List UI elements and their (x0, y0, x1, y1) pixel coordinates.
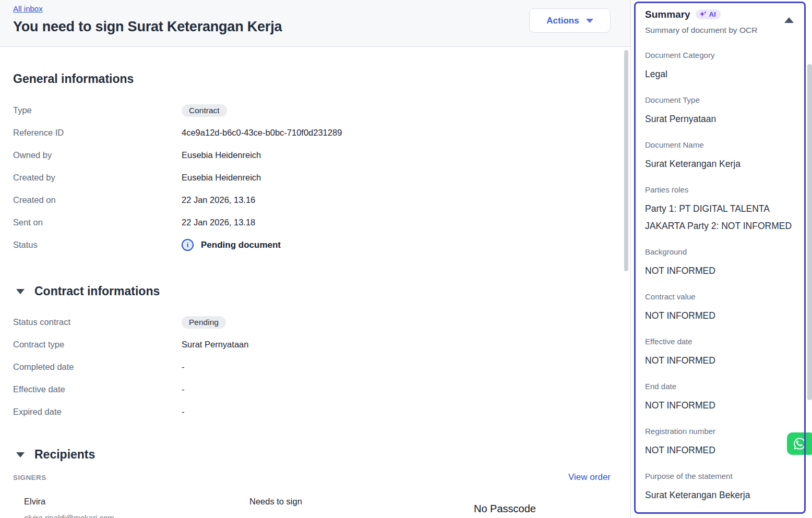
row-label: Contract type (13, 340, 182, 350)
row-label: Type (13, 105, 182, 115)
field-label: Purpose of the statement (645, 471, 797, 482)
field-label: Registration number (645, 426, 797, 437)
created-on-value: 22 Jan 2026, 13.16 (182, 195, 255, 205)
whatsapp-button[interactable] (787, 432, 812, 455)
table-row: Created by Eusebia Heidenreich (13, 166, 613, 189)
signer-email: elvira.rinaldi@mekari.com (24, 513, 114, 518)
table-row: Owned by Eusebia Heidenreich (13, 144, 613, 166)
field-label: Background (645, 246, 797, 258)
table-row: Effective date - (13, 378, 613, 401)
field-label: Parties roles (645, 184, 797, 196)
row-label: Created by (13, 173, 182, 183)
table-row: Reference ID 4ce9a12d-b6c0-43ce-b0bc-710… (13, 122, 613, 144)
sparkle-icon (699, 10, 707, 18)
field-label: Effective date (645, 336, 797, 347)
signer-status: Needs to sign (249, 497, 302, 507)
summary-panel-content: Summary AI Summary of document by OCR Do… (645, 7, 797, 515)
ai-badge-label: AI (709, 10, 716, 18)
field-value: NOT INFORMED (645, 352, 797, 369)
field-label: Document Category (645, 50, 797, 61)
summary-field: Document Type Surat Pernyataan (645, 94, 797, 128)
reference-id-value: 4ce9a12d-b6c0-43ce-b0bc-710f0d231289 (182, 128, 342, 138)
contract-informations-table: Status contract Pending Contract type Su… (13, 311, 613, 423)
general-informations-heading: General informations (13, 72, 134, 86)
page-title: You need to sign Surat Keterangan Kerja (13, 19, 282, 35)
row-label: Sent on (13, 218, 182, 227)
field-value: NOT INFORMED (645, 307, 797, 324)
summary-field: Document Category Legal (645, 50, 797, 83)
expired-date-value: - (182, 407, 185, 417)
row-label: Status contract (13, 317, 182, 327)
field-value: Party 1: PT DIGITAL TALENTA JAKARTA Part… (645, 200, 797, 235)
table-row: Sent on 22 Jan 2026, 13.18 (13, 211, 613, 234)
field-value: Surat Keterangan Bekerja (645, 487, 797, 504)
table-row: Type Contract (13, 99, 613, 122)
row-label: Reference ID (13, 128, 182, 138)
view-order-link[interactable]: View order (568, 472, 611, 483)
field-label: Document Name (645, 139, 797, 151)
summary-fields: Document Category Legal Document Type Su… (645, 50, 797, 504)
row-label: Created on (13, 195, 182, 205)
panel-scrollbar-thumb[interactable] (807, 64, 812, 400)
contract-type-value: Surat Pernyataan (182, 340, 248, 350)
summary-field: Parties roles Party 1: PT DIGITAL TALENT… (645, 184, 797, 235)
general-informations-table: Type Contract Reference ID 4ce9a12d-b6c0… (13, 99, 613, 256)
signer-name: Elvira (24, 497, 45, 507)
field-value: Legal (645, 66, 797, 83)
summary-field: End date NOT INFORMED (645, 381, 797, 414)
ai-badge: AI (696, 9, 721, 19)
row-label: Completed date (13, 362, 182, 372)
row-label: Expired date (13, 407, 182, 417)
table-row: Expired date - (13, 401, 613, 423)
all-inbox-link[interactable]: All inbox (13, 4, 43, 13)
type-badge: Contract (182, 104, 227, 117)
row-label: Status (13, 240, 182, 250)
field-label: End date (645, 381, 797, 392)
status-badge: Pending document (201, 240, 281, 250)
field-value: Surat Keterangan Kerja (645, 155, 797, 173)
table-row: Status i Pending document (13, 234, 613, 256)
row-label: Owned by (13, 150, 182, 160)
page-header: All inbox You need to sign Surat Keteran… (0, 0, 630, 47)
signer-passcode: No Passcode (474, 503, 536, 515)
owned-by-value: Eusebia Heidenreich (182, 150, 261, 160)
table-row: Contract type Surat Pernyataan (13, 333, 613, 356)
field-value: NOT INFORMED (645, 262, 797, 280)
whatsapp-icon (793, 437, 807, 451)
summary-field: Effective date NOT INFORMED (645, 336, 797, 369)
field-label: Contract value (645, 291, 797, 303)
caret-down-icon[interactable] (16, 289, 25, 294)
summary-title: Summary (645, 9, 690, 20)
summary-field: Background NOT INFORMED (645, 246, 797, 280)
sent-on-value: 22 Jan 2026, 13.18 (182, 218, 255, 227)
row-label: Effective date (13, 384, 182, 394)
main-scrollbar-thumb[interactable] (624, 50, 628, 271)
summary-subtitle: Summary of document by OCR (645, 24, 797, 37)
created-by-value: Eusebia Heidenreich (182, 173, 261, 183)
table-row: Status contract Pending (13, 311, 613, 333)
summary-field: Contract value NOT INFORMED (645, 291, 797, 324)
field-value: NOT INFORMED (645, 442, 797, 459)
caret-down-icon[interactable] (16, 452, 25, 457)
contract-informations-heading: Contract informations (34, 284, 160, 298)
summary-field: Document Name Surat Keterangan Kerja (645, 139, 797, 173)
signers-bar: SIGNERS View order (13, 472, 611, 483)
table-row: Completed date - (13, 356, 613, 378)
summary-field: Purpose of the statement Surat Keteranga… (645, 471, 797, 504)
completed-date-value: - (182, 362, 185, 372)
signers-label: SIGNERS (13, 474, 46, 481)
actions-button[interactable]: Actions (529, 8, 611, 33)
recipients-heading: Recipients (34, 448, 95, 462)
chevron-up-icon[interactable] (784, 17, 794, 23)
status-contract-badge: Pending (182, 316, 226, 329)
field-label: Document Type (645, 94, 797, 106)
field-value: NOT INFORMED (645, 397, 797, 414)
actions-button-label: Actions (546, 16, 579, 26)
effective-date-value: - (182, 384, 185, 394)
chevron-down-icon (586, 19, 593, 23)
summary-field: Registration number NOT INFORMED (645, 426, 797, 459)
info-icon: i (182, 239, 194, 251)
field-value: Surat Pernyataan (645, 111, 797, 128)
table-row: Created on 22 Jan 2026, 13.16 (13, 189, 613, 211)
